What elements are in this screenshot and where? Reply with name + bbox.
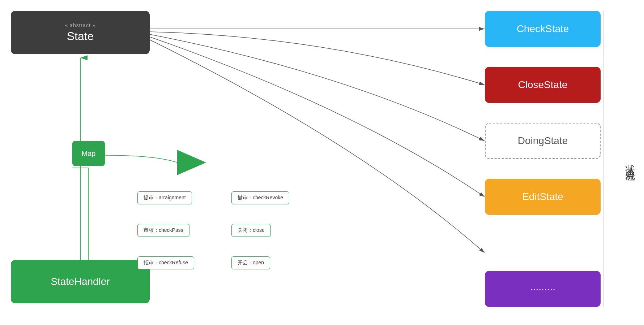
side-label: 状态流程 [624, 157, 637, 168]
dots-state-box: ········· [485, 271, 601, 307]
check-state-box: CheckState [485, 11, 601, 47]
abstract-state-box: « abstract » State [11, 11, 150, 54]
method-checkrefuse: 拒审：checkRefuse [137, 256, 194, 269]
method-checkrevoke: 撤审：checkRevoke [231, 191, 289, 204]
edit-state-box: EditState [485, 179, 601, 215]
state-handler-box: StateHandler [11, 260, 150, 303]
method-open: 开启：open [231, 256, 270, 269]
side-border-line [604, 11, 604, 307]
abstract-stereotype: « abstract » [63, 22, 97, 28]
doing-state-box: DoingState [485, 123, 601, 159]
abstract-state-title: State [67, 30, 94, 43]
method-arraignment: 提审：arraignment [137, 191, 192, 204]
method-close: 关闭：close [231, 224, 271, 237]
method-checkpass: 审核：checkPass [137, 224, 189, 237]
map-box: Map [72, 141, 105, 166]
svg-marker-4 [177, 150, 206, 175]
diagram-container: « abstract » State StateHandler Map Chec… [0, 0, 644, 325]
close-state-box: CloseState [485, 67, 601, 103]
